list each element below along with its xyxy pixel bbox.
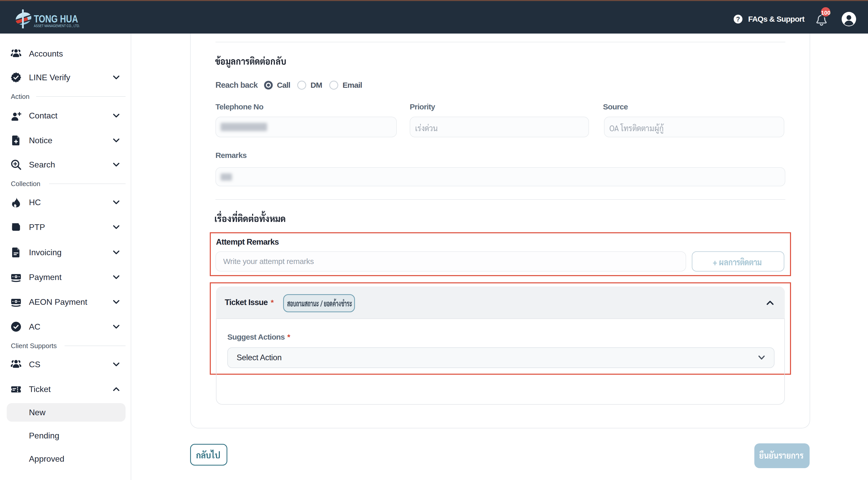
- svg-text:TONG HUA: TONG HUA: [34, 13, 78, 25]
- svg-text:ASSET MANAGEMENT CO., LTD.: ASSET MANAGEMENT CO., LTD.: [34, 24, 80, 28]
